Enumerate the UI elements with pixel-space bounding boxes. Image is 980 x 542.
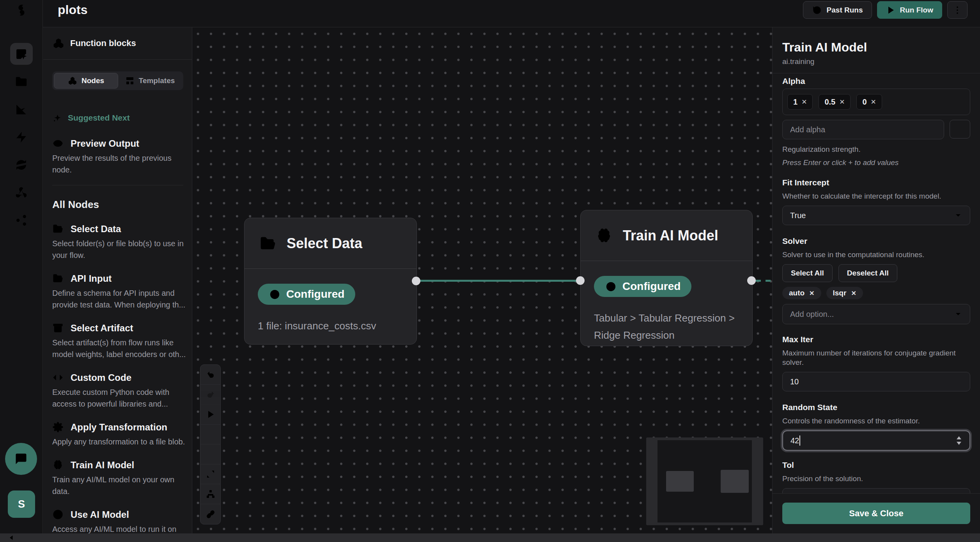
tree-layout-icon	[206, 489, 215, 499]
chevron-down-icon	[953, 309, 963, 319]
remove-chip-icon[interactable]: ✕	[839, 98, 845, 106]
minimap-viewport	[657, 440, 752, 522]
webhook-icon	[15, 186, 28, 199]
output-port-select-data[interactable]	[412, 277, 420, 285]
tab-nodes[interactable]: Nodes	[54, 73, 118, 89]
minus-icon	[206, 450, 215, 459]
save-close-button[interactable]: Save & Close	[782, 503, 970, 524]
cubes-icon	[68, 76, 77, 85]
chat-button[interactable]	[5, 443, 37, 475]
zoom-in-button[interactable]	[200, 425, 220, 444]
max-iter-description: Maximum number of iterations for conjuga…	[782, 348, 970, 367]
number-stepper[interactable]	[957, 436, 961, 445]
fit-view-button[interactable]	[200, 464, 220, 484]
cursor-select-icon	[15, 48, 28, 60]
solver-chip[interactable]: lsqr✕	[826, 287, 863, 299]
user-avatar[interactable]: S	[8, 490, 35, 518]
redo-icon	[206, 390, 215, 399]
rail-item-files[interactable]	[10, 71, 33, 92]
check-circle-icon	[605, 281, 617, 293]
canvas-node-select-data[interactable]: Select Data Configured 1 file: insurance…	[244, 218, 417, 345]
app-logo-icon	[14, 3, 29, 19]
fit-intercept-description: Whether to calculate the intercept for t…	[782, 192, 970, 201]
topbar: plots Past Runs Run Flow	[43, 0, 980, 27]
node-item-train-ai-model[interactable]: Train AI Model Train any AI/ML model on …	[52, 459, 183, 497]
alpha-chip[interactable]: 1✕	[787, 94, 813, 110]
node-item-api-input[interactable]: API Input Define a schema for API inputs…	[52, 273, 183, 311]
plus-icon	[206, 430, 215, 439]
chat-bubble-icon	[14, 452, 28, 466]
tol-label: Tol	[782, 460, 970, 470]
node-item-preview-output[interactable]: Preview Output Preview the results of th…	[52, 138, 183, 176]
flow-edge[interactable]	[416, 280, 580, 282]
input-port-train-model[interactable]	[576, 276, 585, 285]
flow-canvas[interactable]: Select Data Configured 1 file: insurance…	[193, 28, 772, 533]
code-icon	[52, 372, 64, 383]
redo-button[interactable]	[200, 385, 220, 405]
canvas-node-train-ai-model[interactable]: Train AI Model Configured Tabular > Tabu…	[580, 210, 753, 346]
minimap-node	[666, 471, 694, 492]
past-runs-button[interactable]: Past Runs	[803, 1, 872, 19]
remove-chip-icon[interactable]: ✕	[801, 98, 807, 106]
undo-button[interactable]	[200, 365, 220, 385]
rail-item-charts[interactable]	[10, 98, 33, 120]
node-detail: 1 file: insurance_costs.csv	[258, 317, 403, 334]
select-all-button[interactable]: Select All	[782, 264, 833, 282]
expand-icon	[206, 469, 215, 479]
run-button[interactable]	[200, 405, 220, 425]
scroll-left-icon[interactable]	[8, 534, 16, 542]
tab-templates[interactable]: Templates	[118, 73, 182, 89]
close-panel-button[interactable]	[172, 39, 182, 48]
gear-icon	[52, 421, 64, 433]
node-item-select-data[interactable]: Select Data Select folder(s) or file blo…	[52, 223, 183, 261]
node-item-custom-code[interactable]: Custom Code Execute custom Python code w…	[52, 372, 183, 410]
rail-item-runs[interactable]	[10, 154, 33, 176]
more-options-button[interactable]	[947, 1, 968, 19]
rail-item-actions[interactable]	[10, 126, 33, 148]
solver-chip[interactable]: auto✕	[782, 287, 821, 299]
play-icon	[206, 410, 215, 419]
tol-input[interactable]: 0.0001	[782, 488, 970, 493]
max-iter-label: Max Iter	[782, 334, 970, 345]
alpha-chip[interactable]: 0.5✕	[819, 94, 851, 110]
link-mode-button[interactable]	[200, 504, 220, 524]
output-port-train-model[interactable]	[747, 276, 756, 285]
horizontal-scrollbar[interactable]	[0, 533, 980, 542]
close-icon	[172, 39, 182, 48]
add-alpha-input[interactable]	[782, 120, 944, 139]
avatar-letter: S	[18, 498, 25, 510]
zoom-out-button[interactable]	[200, 444, 220, 464]
remove-chip-icon[interactable]: ✕	[809, 290, 814, 297]
remove-chip-icon[interactable]: ✕	[851, 290, 856, 297]
random-state-input[interactable]: 42	[782, 430, 970, 451]
node-item-apply-transformation[interactable]: Apply Transformation Apply any transform…	[52, 421, 183, 448]
remove-chip-icon[interactable]: ✕	[871, 98, 876, 106]
share-icon	[15, 214, 28, 227]
rail-item-webhooks[interactable]	[10, 181, 33, 203]
fit-intercept-label: Fit Intercept	[782, 178, 970, 188]
stepper-up-icon[interactable]	[957, 436, 961, 439]
link-icon	[206, 510, 215, 519]
plus-icon	[955, 124, 965, 134]
node-item-select-artifact[interactable]: Select Artifact Select artifact(s) from …	[52, 322, 183, 360]
stepper-down-icon[interactable]	[957, 442, 961, 445]
fit-intercept-select[interactable]: True	[782, 206, 970, 225]
run-flow-button[interactable]: Run Flow	[877, 1, 942, 19]
history-icon	[812, 5, 822, 15]
line-chart-icon	[15, 103, 28, 116]
play-icon	[886, 5, 895, 15]
flow-edge-dashed	[756, 280, 772, 282]
add-alpha-button[interactable]	[950, 120, 970, 139]
deselect-all-button[interactable]: Deselect All	[838, 264, 897, 282]
page-title: plots	[58, 1, 87, 18]
canvas-toolbar	[200, 364, 221, 524]
minimap[interactable]	[646, 437, 763, 525]
check-circle-icon	[269, 288, 281, 300]
auto-layout-button[interactable]	[200, 484, 220, 504]
rail-item-share[interactable]	[10, 209, 33, 231]
max-iter-input[interactable]: 10	[782, 372, 970, 391]
kebab-menu-icon	[952, 5, 962, 15]
alpha-chip[interactable]: 0✕	[856, 94, 882, 110]
add-option-select[interactable]: Add option...	[782, 304, 970, 324]
rail-item-flow-editor[interactable]	[10, 43, 33, 65]
